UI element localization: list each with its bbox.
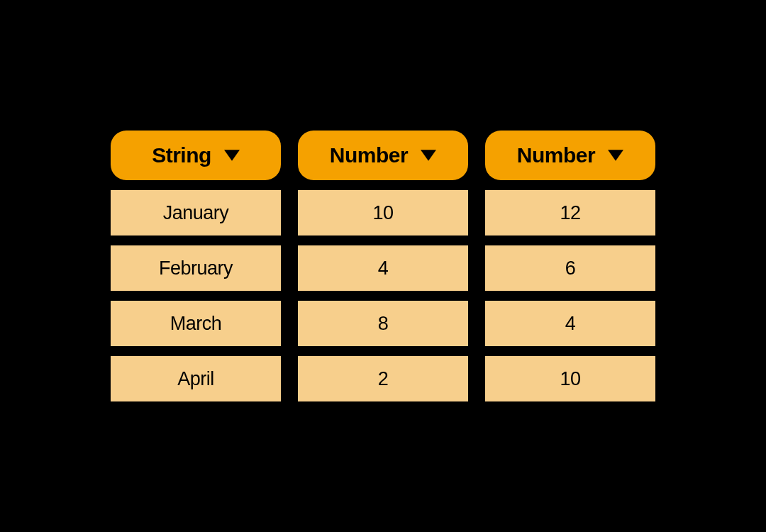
table-row: 10	[298, 190, 468, 235]
table-container: String January February March April Numb…	[0, 0, 766, 532]
table-column: String January February March April	[111, 131, 281, 401]
table-row: 8	[298, 301, 468, 346]
cell-value: 2	[378, 368, 389, 390]
table-column: Number 10 4 8 2	[298, 131, 468, 401]
table-row: 4	[485, 301, 655, 346]
cell-value: 8	[378, 313, 389, 335]
svg-marker-0	[224, 150, 240, 160]
table-row: March	[111, 301, 281, 346]
svg-marker-2	[608, 150, 623, 160]
table-row: 12	[485, 190, 655, 235]
cell-value: 12	[560, 202, 580, 224]
column-header-label: Number	[330, 143, 408, 167]
cell-value: 10	[560, 368, 580, 390]
table-row: February	[111, 245, 281, 291]
chevron-down-icon	[608, 150, 623, 161]
svg-marker-1	[421, 150, 436, 160]
chevron-down-icon	[421, 150, 436, 161]
cell-value: February	[159, 257, 233, 279]
column-header-label: String	[152, 143, 211, 167]
table-row: 4	[298, 245, 468, 291]
column-header-string[interactable]: String	[111, 131, 281, 180]
table-row: 2	[298, 356, 468, 401]
column-header-label: Number	[517, 143, 595, 167]
cell-value: March	[170, 313, 222, 335]
column-header-number-1[interactable]: Number	[298, 131, 468, 180]
table-row: January	[111, 190, 281, 235]
column-header-number-2[interactable]: Number	[485, 131, 655, 180]
table-row: April	[111, 356, 281, 401]
cell-value: January	[163, 202, 229, 224]
table-column: Number 12 6 4 10	[485, 131, 655, 401]
chevron-down-icon	[224, 150, 240, 161]
cell-value: 10	[372, 202, 393, 224]
cell-value: 4	[565, 313, 576, 335]
table-row: 6	[485, 245, 655, 291]
table-row: 10	[485, 356, 655, 401]
data-table: String January February March April Numb…	[111, 131, 655, 401]
cell-value: 6	[565, 257, 576, 279]
cell-value: 4	[378, 257, 389, 279]
cell-value: April	[177, 368, 214, 390]
